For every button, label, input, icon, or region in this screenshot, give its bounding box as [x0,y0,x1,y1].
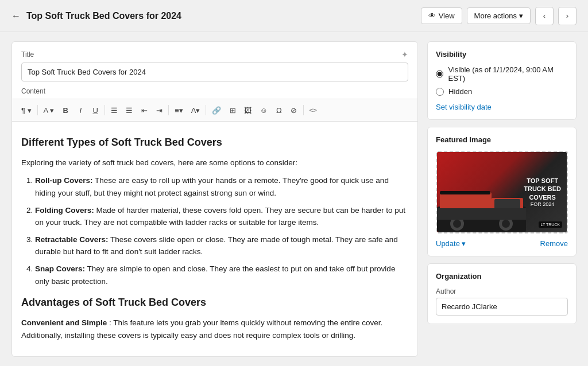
svg-point-5 [453,220,461,228]
visibility-card: Visibility Visible (as of 1/1/2024, 9:00… [427,41,577,120]
content-heading-1: Different Types of Soft Truck Bed Covers [21,134,408,151]
special-char-button[interactable]: Ω [272,103,286,118]
text-color-button[interactable]: A▾ [188,103,204,118]
top-bar: ← Top Soft Truck Bed Covers for 2024 👁 V… [0,0,588,32]
sparkle-icon: ✦ [401,50,408,59]
truck-silhouette-icon [437,175,526,232]
image-button[interactable]: 🖼 [241,103,255,118]
featured-image-card: Featured image [427,127,577,256]
visibility-visible-label: Visible (as of 1/1/2024, 9:00 AM EST) [448,65,568,83]
content-advantage: Convenient and Simple : This feature let… [21,317,408,341]
visibility-visible-option[interactable]: Visible (as of 1/1/2024, 9:00 AM EST) [436,65,568,83]
update-image-button[interactable]: Update ▾ [436,239,466,248]
more-actions-label: More actions [474,11,517,20]
indent-button[interactable]: ⇥ [152,103,166,118]
image-overlay-text: TOP SOFT TRUCK BED COVERS FOR 2024 [524,177,561,208]
author-label: Author [436,287,568,295]
list-item: Retractable Covers: These covers slide o… [35,233,408,258]
nav-prev-button[interactable]: ‹ [535,7,554,25]
align-button[interactable]: ≡▾ [171,103,187,118]
editor-panel: Title ✦ Content ¶ ▾ A ▾ B I U ☰ ☰ ⇤ ⇥ ≡▾… [11,41,418,357]
update-image-label: Update [436,239,460,248]
svg-rect-9 [440,191,490,194]
heading-button[interactable]: A ▾ [40,103,58,118]
visibility-hidden-radio[interactable] [436,88,444,96]
sidebar: Visibility Visible (as of 1/1/2024, 9:00… [427,41,577,357]
visibility-hidden-option[interactable]: Hidden [436,87,568,96]
bold-button[interactable]: B [59,103,72,118]
paragraph-button[interactable]: ¶ ▾ [18,103,35,118]
strikethrough-button[interactable]: ⊘ [287,103,301,118]
svg-rect-3 [494,199,520,209]
image-actions: Update ▾ Remove [436,239,568,248]
chevron-down-icon: ▾ [462,239,466,248]
underline-button[interactable]: U [88,103,102,118]
list-item-term: Snap Covers: [35,264,85,273]
remove-image-button[interactable]: Remove [540,239,568,248]
visibility-visible-radio[interactable] [436,70,443,78]
lt-badge: LT TRUCK [539,221,562,228]
list-item: Snap Covers: They are simple to open and… [35,263,408,287]
author-field-group: Author [436,287,568,316]
advantage-term: Convenient and Simple [21,318,107,327]
visibility-hidden-label: Hidden [448,87,472,96]
title-input[interactable] [21,63,408,81]
italic-button[interactable]: I [74,103,87,118]
list-item: Roll-up Covers: These are easy to roll u… [35,174,408,199]
truck-cover-image: TOP SOFT TRUCK BED COVERS FOR 2024 LT TR… [437,152,567,232]
content-list: Roll-up Covers: These are easy to roll u… [21,174,408,287]
featured-image-title: Featured image [436,135,568,144]
toolbar-divider-3 [168,105,169,115]
organization-card: Organization Author [427,263,577,324]
editor-content-area[interactable]: Different Types of Soft Truck Bed Covers… [12,122,417,356]
title-label: Title ✦ [21,50,408,59]
outdent-button[interactable]: ⇤ [137,103,151,118]
ordered-list-button[interactable]: ☰ [122,103,136,118]
organization-title: Organization [436,272,568,281]
content-label: Content [12,87,417,99]
visibility-options: Visible (as of 1/1/2024, 9:00 AM EST) Hi… [436,65,568,96]
toolbar-divider-5 [303,105,304,115]
emoji-button[interactable]: ☺ [256,103,270,118]
author-input[interactable] [436,298,568,316]
bullet-list-button[interactable]: ☰ [107,103,121,118]
table-button[interactable]: ⊞ [226,103,239,118]
set-visibility-date-button[interactable]: Set visibility date [436,103,492,111]
title-section: Title ✦ [12,42,417,87]
visibility-title: Visibility [436,50,568,59]
list-item-term: Folding Covers: [35,206,94,215]
svg-point-7 [502,220,510,228]
list-item-term: Roll-up Covers: [35,176,93,185]
content-intro: Exploring the variety of soft truck bed … [21,157,408,169]
content-heading-2: Advantages of Soft Truck Bed Covers [21,294,408,311]
back-arrow-icon[interactable]: ← [11,11,21,21]
eye-icon: 👁 [428,11,436,20]
top-bar-right: 👁 View More actions ▾ ‹ › [421,7,577,25]
svg-rect-8 [437,208,526,220]
list-item-term: Retractable Covers: [35,235,109,244]
link-button[interactable]: 🔗 [208,103,225,118]
chevron-down-icon: ▾ [519,11,523,20]
list-item: Folding Covers: Made of harder material,… [35,204,408,229]
featured-image-box: TOP SOFT TRUCK BED COVERS FOR 2024 LT TR… [436,151,568,233]
nav-next-button[interactable]: › [558,7,577,25]
toolbar-divider [37,105,38,115]
main-content: Title ✦ Content ¶ ▾ A ▾ B I U ☰ ☰ ⇤ ⇥ ≡▾… [0,32,588,366]
page-title: Top Soft Truck Bed Covers for 2024 [26,11,181,21]
more-actions-button[interactable]: More actions ▾ [467,7,531,24]
view-button[interactable]: 👁 View [421,7,462,24]
list-item-text: They are simple to open and close. They … [35,264,395,286]
toolbar-divider-4 [206,105,206,115]
toolbar-divider-2 [105,105,105,115]
view-label: View [439,11,455,20]
editor-toolbar: ¶ ▾ A ▾ B I U ☰ ☰ ⇤ ⇥ ≡▾ A▾ 🔗 ⊞ 🖼 ☺ Ω ⊘ … [12,99,417,122]
top-bar-left: ← Top Soft Truck Bed Covers for 2024 [11,11,181,21]
code-button[interactable]: <> [306,103,320,118]
